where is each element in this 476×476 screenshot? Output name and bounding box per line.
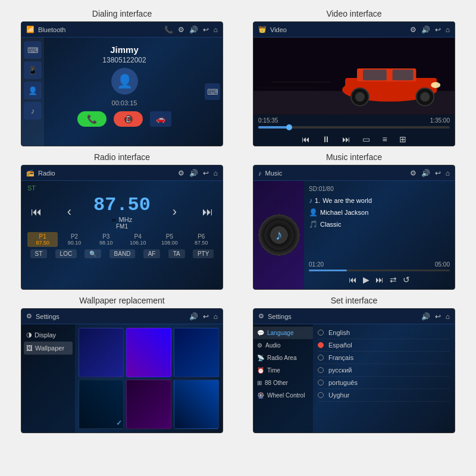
func-loc[interactable]: LOC <box>55 249 77 258</box>
music-nav-btn[interactable]: ♪ <box>24 102 42 120</box>
music-skip-fwd[interactable]: ⏭ <box>375 275 384 284</box>
topbar-left-settings: ⚙ Settings <box>258 312 292 320</box>
func-af[interactable]: AF <box>143 249 161 258</box>
wallpaper-thumb-5[interactable] <box>126 380 171 429</box>
volume-icon[interactable]: 🔊 <box>189 26 198 34</box>
wallpaper-thumb-4[interactable] <box>79 380 124 429</box>
wallpaper-thumb-6[interactable] <box>174 380 219 429</box>
set-home-icon[interactable]: ⌂ <box>446 312 450 321</box>
preset-btn-4[interactable]: P4 106.10 <box>123 232 153 247</box>
keypad-toggle[interactable]: ⌨ <box>205 83 220 100</box>
radio-volume-icon[interactable]: 🔊 <box>189 169 198 177</box>
preset-btn-3[interactable]: P3 98.10 <box>91 232 121 247</box>
subtitle-btn[interactable]: ▭ <box>360 133 372 145</box>
decline-button[interactable]: 📵 <box>114 111 143 127</box>
wheel-label: Wheel Control <box>267 392 305 399</box>
prev-freq-btn[interactable]: ‹ <box>64 203 75 221</box>
topbar-icons-wallpaper: 🔊 ↩ ⌂ <box>189 312 218 321</box>
topbar-icons-settings: 🔊 ↩ ⌂ <box>421 312 450 321</box>
lang-russian[interactable]: русский <box>318 364 450 377</box>
phone-icon[interactable]: 📞 <box>164 26 173 34</box>
lang-uyghur[interactable]: Uyghur <box>318 389 450 402</box>
skip-back-btn[interactable]: ⏮ <box>299 133 312 145</box>
set-item-time[interactable]: ⏰ Time <box>253 364 313 377</box>
video-title: Video interface <box>326 9 381 18</box>
lang-portuguese[interactable]: português <box>318 377 450 389</box>
music-sd: SD:01/80 <box>309 186 450 192</box>
accept-button[interactable]: 📞 <box>77 111 107 127</box>
recent-btn[interactable]: 👤 <box>24 82 42 99</box>
music-settings-icon[interactable]: ⚙ <box>410 169 416 177</box>
repeat-btn[interactable]: ⊞ <box>397 133 409 145</box>
home-icon[interactable]: ⌂ <box>214 26 218 34</box>
video-settings-icon[interactable]: ⚙ <box>410 26 416 34</box>
video-progress-bar[interactable] <box>258 126 450 129</box>
skip-forward-btn[interactable]: ⏭ <box>340 133 353 145</box>
func-st[interactable]: ST <box>30 249 48 258</box>
preset-btn-1[interactable]: P1 87.50 <box>27 232 58 247</box>
next-station-btn[interactable]: ⏭ <box>199 205 217 220</box>
vinyl-art: ♪ <box>258 214 300 256</box>
preset-btn-5[interactable]: P5 108.00 <box>154 232 184 247</box>
music-shuffle[interactable]: ⇄ <box>390 275 397 284</box>
eq-icon[interactable]: ⚙ <box>178 26 184 34</box>
video-volume-icon[interactable]: 🔊 <box>421 26 430 34</box>
total-time: 1:35:00 <box>430 117 450 124</box>
play-pause-btn[interactable]: ⏸ <box>320 133 333 145</box>
video-topbar: 👑 Video ⚙ 🔊 ↩ ⌂ <box>253 22 455 37</box>
wallpaper-thumb-2[interactable] <box>126 328 171 377</box>
func-search[interactable]: 🔍 <box>84 249 101 258</box>
radio-back-icon[interactable]: ↩ <box>203 169 209 177</box>
menu-display[interactable]: ◑ Display <box>24 328 73 342</box>
music-play[interactable]: ▶ <box>363 275 369 284</box>
svg-point-10 <box>420 92 430 102</box>
set-item-audio[interactable]: ⚙ Audio <box>253 339 313 352</box>
set-item-other[interactable]: ⊞ 88 Other <box>253 377 313 389</box>
wp-back-icon[interactable]: ↩ <box>203 312 209 321</box>
set-item-radio-area[interactable]: 📡 Radio Area <box>253 352 313 364</box>
set-back-icon[interactable]: ↩ <box>435 312 441 321</box>
wp-home-icon[interactable]: ⌂ <box>214 312 218 321</box>
playlist-btn[interactable]: ≡ <box>380 133 389 145</box>
wallpaper-thumb-1[interactable] <box>79 328 124 377</box>
lang-english[interactable]: English <box>318 327 450 339</box>
video-back-icon[interactable]: ↩ <box>435 26 441 34</box>
music-volume-icon[interactable]: 🔊 <box>421 169 430 177</box>
lang-spanish[interactable]: Español <box>318 339 450 352</box>
lang-french[interactable]: Français <box>318 352 450 364</box>
music-home-icon[interactable]: ⌂ <box>446 169 450 177</box>
prev-station-btn[interactable]: ⏮ <box>27 205 45 220</box>
contacts-btn[interactable]: 📱 <box>24 61 42 79</box>
radio-dot-portuguese <box>318 380 324 386</box>
video-home-icon[interactable]: ⌂ <box>446 26 450 34</box>
music-track-title: ♪ 1. We are the world <box>309 196 450 205</box>
music-content: ♪ SD:01/80 ♪ 1. We are the world 👤 Micha… <box>253 181 455 289</box>
func-pty[interactable]: PTY <box>193 249 214 258</box>
radio-home-icon[interactable]: ⌂ <box>214 169 218 177</box>
wp-volume-icon[interactable]: 🔊 <box>189 312 198 321</box>
set-volume-icon[interactable]: 🔊 <box>421 312 430 321</box>
video-section: Video interface 👑 Video ⚙ 🔊 ↩ ⌂ <box>238 6 470 149</box>
transfer-button[interactable]: 🚗 <box>150 111 171 127</box>
preset-btn-2[interactable]: P2 90.10 <box>59 232 89 247</box>
preset-btn-6[interactable]: P6 87.50 <box>186 232 217 247</box>
func-ta[interactable]: TA <box>168 249 185 258</box>
func-band[interactable]: BAND <box>109 249 136 258</box>
video-controls: 0:15:35 1:35:00 ⏮ ⏸ ⏭ ▭ ≡ ⊞ <box>253 115 455 146</box>
menu-wallpaper[interactable]: 🖼 Wallpaper <box>24 342 73 355</box>
keypad-btn[interactable]: ⌨ <box>24 41 42 59</box>
track-genre: Classic <box>320 221 341 228</box>
music-repeat[interactable]: ↺ <box>403 275 410 284</box>
music-topbar: ♪ Music ⚙ 🔊 ↩ ⌂ <box>253 165 455 181</box>
set-item-wheel[interactable]: 🎡 Wheel Control <box>253 389 313 402</box>
music-track-artist: 👤 Michael Jackson <box>309 208 450 217</box>
next-freq-btn[interactable]: › <box>169 203 180 221</box>
radio-settings-icon[interactable]: ⚙ <box>178 169 184 177</box>
other-icon: ⊞ <box>257 380 262 386</box>
set-item-language[interactable]: 💬 Language <box>253 327 313 339</box>
back-icon[interactable]: ↩ <box>203 26 209 34</box>
music-skip-back[interactable]: ⏮ <box>349 275 357 284</box>
music-progress-bar[interactable] <box>309 270 450 271</box>
music-back-icon[interactable]: ↩ <box>435 169 441 177</box>
wallpaper-thumb-3[interactable] <box>174 328 219 377</box>
